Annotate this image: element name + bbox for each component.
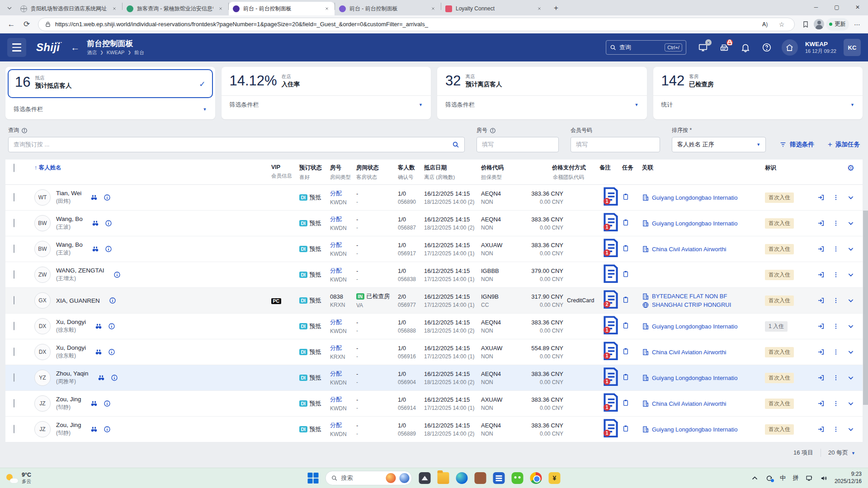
- tab-search-icon[interactable]: [3, 1, 16, 15]
- assign-room-link[interactable]: 分配: [330, 370, 356, 378]
- column-header[interactable]: 抵店日期离店 (房晚数): [424, 164, 481, 181]
- workstation-icon[interactable]: ✕: [698, 42, 708, 52]
- binoculars-icon[interactable]: [95, 323, 102, 330]
- global-search-input[interactable]: 查询 Ctrl+/: [606, 40, 686, 55]
- ime-mode-icon[interactable]: 中: [780, 474, 786, 482]
- tasks-clipboard-icon[interactable]: [622, 347, 629, 355]
- home-button[interactable]: [782, 39, 798, 56]
- column-header[interactable]: 支付方式团队代码: [563, 164, 599, 181]
- cashier-icon[interactable]: [719, 42, 729, 52]
- taskbar-search[interactable]: 搜索: [326, 471, 412, 485]
- property-info[interactable]: KWEAP 16 12月 09:22: [805, 41, 836, 55]
- row-menu-icon[interactable]: [832, 348, 840, 356]
- column-header[interactable]: 房间状态客房状态: [356, 164, 398, 181]
- table-row[interactable]: JZZou, Jing(邹静)DI预抵分配KWDN--1/005688916/1…: [5, 417, 863, 442]
- assign-room-link[interactable]: 分配: [330, 189, 356, 197]
- new-tab-button[interactable]: +: [550, 2, 562, 14]
- row-menu-icon[interactable]: [832, 245, 840, 253]
- tasks-clipboard-icon[interactable]: [622, 399, 629, 406]
- notes-icon[interactable]: 1: [599, 433, 622, 441]
- notes-icon[interactable]: 1: [599, 408, 622, 415]
- info-icon[interactable]: [111, 374, 118, 381]
- tasks-clipboard-icon[interactable]: [622, 193, 629, 200]
- stat-card[interactable]: 142客房已检查房统计▼: [653, 67, 863, 119]
- guest-name[interactable]: XIA, GUANREN: [56, 297, 100, 304]
- query-input[interactable]: 查询预订按 ...: [8, 137, 465, 152]
- notes-icon[interactable]: [599, 279, 622, 286]
- wechat-icon[interactable]: [512, 472, 524, 484]
- column-header[interactable]: 房号房间类型: [330, 164, 356, 181]
- address-bar[interactable]: https://cn1.web.ep.shiji.world/individua…: [38, 18, 795, 31]
- row-menu-icon[interactable]: [832, 194, 840, 201]
- linked-profile[interactable]: Guiyang Longdongbao Internatio: [642, 194, 765, 201]
- browser-tab[interactable]: 前台 - 前台控制面板: [335, 2, 441, 15]
- binoculars-icon[interactable]: [90, 194, 98, 201]
- binoculars-icon[interactable]: [98, 374, 105, 381]
- per-page-select[interactable]: 20 每页▼: [828, 449, 855, 457]
- row-checkbox[interactable]: [14, 270, 14, 279]
- guest-name[interactable]: Zhou, Yaqin: [56, 370, 89, 377]
- filter-conditions-button[interactable]: 筛选条件: [779, 137, 814, 152]
- tasks-clipboard-icon[interactable]: [622, 244, 629, 252]
- binoculars-icon[interactable]: [92, 245, 99, 253]
- check-in-icon[interactable]: [817, 297, 825, 304]
- tab-close-icon[interactable]: [536, 5, 543, 12]
- app-brown-icon[interactable]: [475, 472, 486, 484]
- row-checkbox[interactable]: [14, 193, 14, 202]
- stat-card-footer[interactable]: 筛选条件栏▼: [437, 96, 647, 115]
- binoculars-icon[interactable]: [90, 426, 98, 433]
- column-header[interactable]: 备注: [599, 164, 622, 172]
- breadcrumb-item[interactable]: KWEAP: [107, 50, 125, 56]
- check-in-icon[interactable]: [817, 348, 825, 356]
- guest-name[interactable]: Xu, Dongyi: [56, 344, 86, 351]
- expand-row-icon[interactable]: [847, 220, 854, 227]
- linked-profile[interactable]: Guiyang Longdongbao Internatio: [642, 374, 765, 381]
- guest-name[interactable]: Zou, Jing: [56, 396, 81, 403]
- linked-profile[interactable]: SHANGHAI CTRIP HONGRUI: [642, 301, 765, 309]
- back-arrow-icon[interactable]: ←: [71, 43, 80, 52]
- linked-profile[interactable]: China Civil Aviation Airworthi: [642, 400, 765, 407]
- guest-name[interactable]: Xu, Dongyi: [56, 319, 86, 325]
- tasks-clipboard-icon[interactable]: [622, 373, 629, 380]
- column-header[interactable]: 任务: [622, 164, 642, 172]
- app-blue-icon[interactable]: [493, 472, 505, 484]
- info-icon[interactable]: [104, 400, 111, 407]
- table-row[interactable]: BWWang, Bo(王波)DI预抵分配KWDN--1/005688716/12…: [5, 211, 863, 236]
- check-in-icon[interactable]: [817, 220, 825, 227]
- notes-icon[interactable]: 2: [599, 305, 622, 312]
- expand-row-icon[interactable]: [847, 323, 854, 330]
- clock[interactable]: 9:23 2025/12/16: [835, 471, 862, 485]
- start-button[interactable]: [308, 473, 319, 483]
- minimize-button[interactable]: ─: [806, 0, 826, 14]
- profile-avatar[interactable]: [814, 19, 824, 29]
- back-button[interactable]: ←: [5, 18, 18, 31]
- expand-row-icon[interactable]: [847, 348, 854, 356]
- notes-icon[interactable]: 1: [599, 202, 622, 209]
- linked-profile[interactable]: China Civil Aviation Airworthi: [642, 348, 765, 356]
- column-header[interactable]: 价格代码担保类型: [481, 164, 519, 181]
- table-row[interactable]: DXXu, Dongyi(徐东毅)DI预抵分配KRXN--1/005691616…: [5, 339, 863, 365]
- stat-card[interactable]: 32离店预计离店客人筛选条件栏▼: [437, 67, 647, 119]
- breadcrumb[interactable]: 酒店❯KWEAP❯前台: [87, 50, 144, 56]
- table-row[interactable]: GXXIA, GUANRENPCDI预抵0838KRXNIN已检查房VA2/00…: [5, 288, 863, 314]
- assign-room-link[interactable]: 分配: [330, 344, 356, 352]
- row-menu-icon[interactable]: [832, 323, 840, 330]
- info-icon[interactable]: [108, 348, 115, 356]
- row-menu-icon[interactable]: [832, 297, 840, 304]
- check-in-icon[interactable]: [817, 374, 825, 381]
- file-explorer-icon[interactable]: [438, 472, 449, 484]
- column-header[interactable]: VIP会员信息: [271, 164, 299, 179]
- linked-profile[interactable]: BYTEDANCE FLAT NON BF: [642, 293, 765, 300]
- column-header[interactable]: 关联: [642, 164, 765, 172]
- row-checkbox[interactable]: [14, 244, 14, 253]
- more-menu-icon[interactable]: ⋯: [851, 18, 863, 31]
- tab-close-icon[interactable]: [111, 5, 118, 12]
- favorites-star-icon[interactable]: ☆: [775, 18, 788, 31]
- expand-row-icon[interactable]: [847, 400, 854, 407]
- check-in-icon[interactable]: [817, 426, 825, 433]
- tray-expand-icon[interactable]: [751, 474, 759, 482]
- edge-icon[interactable]: [456, 472, 468, 484]
- table-row[interactable]: ZWWANG, ZENGTAI(王增太)DI预抵分配KWDN--1/005683…: [5, 262, 863, 288]
- expand-row-icon[interactable]: [847, 245, 854, 253]
- tab-close-icon[interactable]: [429, 5, 437, 12]
